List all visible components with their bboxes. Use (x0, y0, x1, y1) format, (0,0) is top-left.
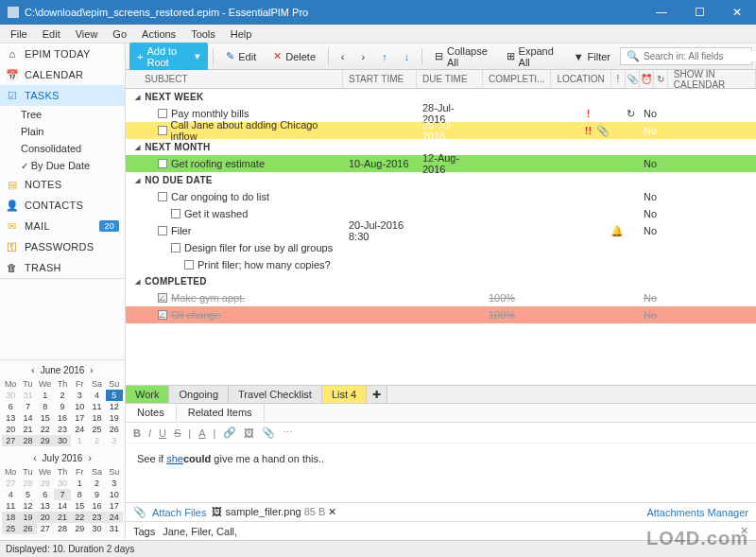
calendar-day[interactable]: 3 (106, 435, 123, 446)
attachments-manager-link[interactable]: Attachments Manager (646, 507, 748, 518)
calendar-day[interactable]: 10 (71, 401, 88, 412)
nav-mail[interactable]: ✉MAIL20 (0, 216, 125, 236)
calendar-day[interactable]: 12 (106, 401, 123, 412)
calendar-day[interactable]: 5 (19, 489, 36, 500)
calendar-day[interactable]: 10 (106, 489, 123, 500)
task-row[interactable]: Car ongoing to do listNo (126, 188, 756, 205)
search-box[interactable]: 🔍 (620, 47, 752, 65)
task-row[interactable]: Design filer for use by all groups (126, 239, 756, 256)
tree-view-by-due-date[interactable]: By Due Date (0, 157, 125, 174)
cal-prev-icon[interactable]: ‹ (33, 453, 36, 463)
nav-back-button[interactable]: ‹ (334, 48, 352, 65)
more-button[interactable]: ⋯ (283, 426, 293, 439)
calendar-day[interactable]: 31 (106, 523, 123, 534)
calendar-day[interactable]: 30 (54, 435, 71, 446)
attach-button[interactable]: 📎 (262, 426, 275, 439)
col-attach-icon[interactable]: 📎 (626, 70, 640, 88)
calendar-day[interactable]: 29 (37, 435, 54, 446)
nav-notes[interactable]: ▤NOTES (0, 174, 125, 195)
col-due-time[interactable]: DUE TIME (417, 70, 483, 88)
calendar-day[interactable]: 28 (19, 435, 36, 446)
calendar-day[interactable]: 7 (54, 489, 71, 500)
col-reminder-icon[interactable]: ⏰ (640, 70, 654, 88)
task-checkbox[interactable] (158, 126, 167, 135)
calendar-day[interactable]: 15 (37, 412, 54, 424)
calendar-day[interactable]: 1 (37, 390, 54, 401)
calendar-day[interactable]: 31 (19, 390, 36, 401)
calendar-day[interactable]: 28 (19, 478, 36, 489)
menu-edit[interactable]: Edit (36, 26, 67, 42)
calendar-day[interactable]: 13 (2, 412, 19, 424)
task-checkbox[interactable] (158, 226, 167, 235)
calendar-day[interactable]: 16 (54, 412, 71, 424)
task-row[interactable]: Make gym appt.100%No (126, 289, 756, 306)
nav-forward-button[interactable]: › (353, 48, 372, 65)
link-button[interactable]: 🔗 (223, 426, 236, 439)
calendar-day[interactable]: 26 (19, 523, 36, 534)
calendar-day[interactable]: 27 (2, 435, 19, 446)
calendar-day[interactable]: 29 (71, 523, 88, 534)
cal-next-icon[interactable]: › (90, 365, 93, 375)
edit-button[interactable]: ✎Edit (218, 47, 264, 65)
calendar-day[interactable]: 17 (71, 412, 88, 424)
calendar-day[interactable]: 7 (19, 401, 36, 412)
search-input[interactable] (644, 51, 756, 61)
nav-tasks[interactable]: ☑TASKS (0, 85, 125, 106)
calendar-day[interactable]: 19 (106, 412, 123, 424)
menu-file[interactable]: File (4, 26, 34, 42)
menu-view[interactable]: View (69, 26, 105, 42)
task-checkbox[interactable] (158, 159, 167, 168)
calendar-day[interactable]: 18 (88, 412, 105, 424)
calendar-day[interactable]: 18 (2, 512, 19, 523)
calendar-day[interactable]: 9 (88, 489, 105, 500)
tree-view-tree[interactable]: Tree (0, 106, 125, 123)
calendar-day[interactable]: 1 (71, 478, 88, 489)
calendar-day[interactable]: 25 (2, 523, 19, 534)
menu-tools[interactable]: Tools (184, 26, 222, 42)
subtab-notes[interactable]: Notes (126, 404, 177, 422)
calendar-day[interactable]: 8 (71, 489, 88, 500)
subtab-related[interactable]: Related Items (177, 404, 265, 422)
nav-passwords[interactable]: ⚿PASSWORDS (0, 236, 125, 257)
task-checkbox[interactable] (171, 209, 180, 218)
calendar-day[interactable]: 14 (19, 412, 36, 424)
calendar-day[interactable]: 24 (106, 512, 123, 523)
calendar-day[interactable]: 4 (88, 390, 105, 401)
calendar-day[interactable]: 29 (37, 478, 54, 489)
calendar-day[interactable]: 20 (37, 512, 54, 523)
calendar-day[interactable]: 28 (54, 523, 71, 534)
calendar-day[interactable]: 6 (37, 489, 54, 500)
nav-trash[interactable]: 🗑TRASH (0, 257, 125, 278)
nav-contacts[interactable]: 👤CONTACTS (0, 195, 125, 216)
calendar-day[interactable]: 3 (71, 390, 88, 401)
collapse-all-button[interactable]: ⊟Collapse All (427, 43, 497, 71)
calendar-day[interactable]: 6 (2, 401, 19, 412)
calendar-day[interactable]: 24 (71, 424, 88, 435)
strike-button[interactable]: S (174, 427, 180, 439)
calendar-day[interactable]: 14 (54, 500, 71, 512)
delete-button[interactable]: ✕Delete (266, 47, 323, 65)
nav-epim-today[interactable]: ⌂EPIM TODAY (0, 44, 125, 64)
calendar-day[interactable]: 12 (19, 500, 36, 512)
calendar-day[interactable]: 8 (37, 401, 54, 412)
col-start-time[interactable]: START TIME (343, 70, 417, 88)
calendar-day[interactable]: 11 (88, 401, 105, 412)
col-completion[interactable]: COMPLETI... (483, 70, 551, 88)
task-row[interactable]: Oil change100%No (126, 306, 756, 323)
calendar-day[interactable]: 2 (88, 478, 105, 489)
calendar-day[interactable]: 5 (106, 390, 123, 401)
task-checkbox[interactable] (184, 260, 194, 270)
cal-prev-icon[interactable]: ‹ (31, 365, 34, 375)
task-checkbox[interactable] (158, 310, 167, 320)
group-header[interactable]: COMPLETED (126, 273, 756, 289)
task-row[interactable]: Call Jane about adding Chicago inflow25-… (126, 122, 756, 139)
underline-button[interactable]: U (159, 427, 166, 439)
col-subject[interactable]: SUBJECT (126, 70, 343, 88)
move-down-button[interactable]: ↓ (397, 48, 418, 65)
calendar-day[interactable]: 27 (37, 523, 54, 534)
minimize-button[interactable]: — (643, 0, 680, 25)
font-color-button[interactable]: A (198, 427, 205, 439)
tree-view-plain[interactable]: Plain (0, 123, 125, 140)
tab-list4[interactable]: List 4 (322, 386, 367, 403)
calendar-day[interactable]: 9 (54, 401, 71, 412)
